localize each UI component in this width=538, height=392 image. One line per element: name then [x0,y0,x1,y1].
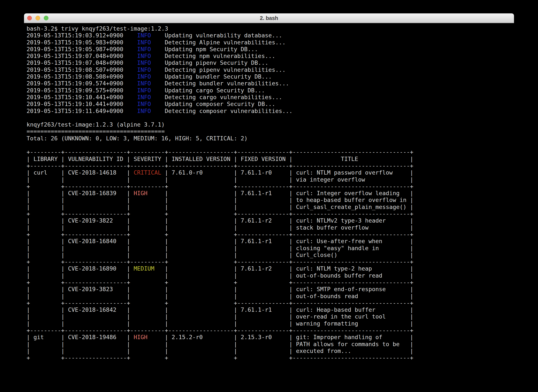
log-level-info: INFO [137,39,151,46]
log-level-info: INFO [137,80,151,87]
zoom-button[interactable] [44,16,48,20]
log-level-info: INFO [137,60,151,66]
severity-high: HIGH [134,190,147,196]
log-level-info: INFO [137,66,151,73]
log-level-info: INFO [137,94,151,100]
log-level-info: INFO [137,108,151,114]
window-title: 2. bash [260,15,278,21]
close-button[interactable] [27,16,32,20]
log-level-info: INFO [137,73,151,80]
terminal-window: 2. bash bash-3.2$ trivy knqyf263/test-im… [24,13,514,392]
desktop-background: 2. bash bash-3.2$ trivy knqyf263/test-im… [0,0,538,392]
minimize-button[interactable] [35,16,40,20]
log-level-info: INFO [137,32,151,39]
log-level-info: INFO [137,101,151,107]
log-level-info: INFO [137,87,151,94]
log-level-info: INFO [137,53,151,59]
severity-high: HIGH [134,334,147,341]
window-titlebar[interactable]: 2. bash [24,13,514,23]
severity-critical: CRITICAL [134,169,161,176]
traffic-lights [27,13,48,23]
terminal-output[interactable]: bash-3.2$ trivy knqyf263/test-image:1.2.… [24,23,514,361]
log-level-info: INFO [137,46,151,52]
severity-medium: MEDIUM [134,265,155,272]
